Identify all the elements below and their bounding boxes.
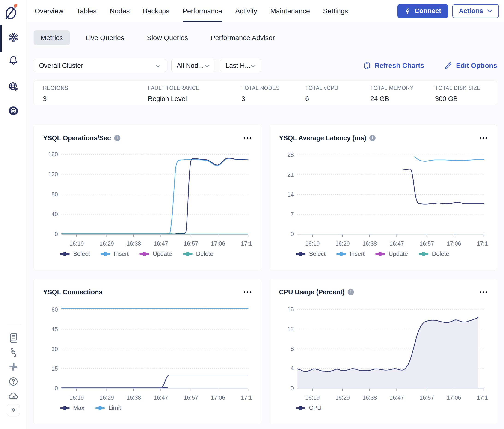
docs-book-icon[interactable] — [8, 332, 19, 343]
svg-text:80: 80 — [51, 191, 58, 197]
stat-label: TOTAL NODES — [241, 85, 305, 91]
svg-text:16:57: 16:57 — [184, 394, 198, 401]
info-icon[interactable]: i — [114, 135, 120, 141]
legend-item-insert[interactable]: Insert — [100, 250, 129, 257]
chart-menu-button[interactable] — [243, 135, 252, 141]
svg-text:16:19: 16:19 — [305, 394, 320, 401]
yugabyte-logo[interactable] — [3, 3, 19, 21]
help-question-icon[interactable] — [8, 376, 19, 387]
tab-tables[interactable]: Tables — [77, 0, 97, 22]
legend-item-select[interactable]: Select — [60, 250, 90, 257]
slack-icon[interactable] — [8, 361, 19, 373]
legend-marker-icon — [100, 251, 110, 257]
cluster-network-icon[interactable] — [8, 32, 19, 43]
tab-backups[interactable]: Backups — [143, 0, 169, 22]
svg-text:0: 0 — [55, 231, 58, 237]
svg-text:8: 8 — [291, 346, 294, 352]
svg-text:16:38: 16:38 — [127, 240, 141, 247]
svg-text:15: 15 — [51, 365, 58, 372]
legend-marker-icon — [183, 251, 193, 257]
edit-options-button[interactable]: Edit Options — [444, 62, 497, 69]
legend-marker-icon — [375, 251, 385, 257]
legend-marker-icon — [95, 405, 105, 411]
subtab-slow-queries[interactable]: Slow Queries — [140, 30, 195, 45]
tab-overview[interactable]: Overview — [35, 0, 63, 22]
stat-value: 6 — [305, 95, 370, 103]
svg-text:45: 45 — [51, 326, 58, 332]
chart-controls: Overall Cluster All Nod... Last H... — [34, 59, 497, 72]
stat-value: Region Level — [148, 95, 241, 103]
legend-item-insert[interactable]: Insert — [336, 250, 364, 257]
legend-item-update[interactable]: Update — [375, 250, 408, 257]
connect-label: Connect — [415, 7, 441, 15]
svg-text:21: 21 — [287, 171, 294, 178]
legend-marker-icon — [336, 251, 346, 257]
legend-marker-icon — [60, 251, 70, 257]
svg-text:4: 4 — [291, 365, 294, 372]
ysql-operations-chart: 0408012016016:1916:2916:3816:4716:5717:0… — [43, 145, 252, 249]
svg-text:0: 0 — [291, 231, 294, 237]
cloud-icon[interactable] — [8, 391, 19, 402]
svg-text:16:57: 16:57 — [184, 240, 198, 247]
tab-nodes[interactable]: Nodes — [110, 0, 130, 22]
svg-text:28: 28 — [287, 152, 294, 158]
chart-menu-button[interactable] — [479, 289, 488, 295]
svg-text:0: 0 — [55, 385, 58, 391]
tab-settings[interactable]: Settings — [323, 0, 348, 22]
legend-item-cpu[interactable]: CPU — [296, 404, 322, 411]
tab-activity[interactable]: Activity — [235, 0, 257, 22]
svg-text:17:06: 17:06 — [447, 394, 461, 401]
svg-text:16:19: 16:19 — [69, 394, 84, 401]
network-globe-settings-icon[interactable] — [8, 81, 19, 92]
settings-gear-icon[interactable] — [8, 105, 19, 116]
legend-item-select[interactable]: Select — [296, 250, 326, 257]
top-navigation: Overview Tables Nodes Backups Performanc… — [27, 0, 504, 22]
legend-item-delete[interactable]: Delete — [418, 250, 449, 257]
legend-item-update[interactable]: Update — [139, 250, 172, 257]
integrations-plug-icon[interactable] — [8, 347, 19, 358]
sidebar-divider — [7, 323, 22, 323]
svg-text:17:06: 17:06 — [211, 240, 225, 247]
svg-text:16:29: 16:29 — [335, 240, 350, 247]
connect-button[interactable]: Connect — [398, 4, 448, 18]
chart-menu-button[interactable] — [479, 135, 488, 141]
legend-label: Select — [73, 250, 90, 257]
chart-title: YSQL Connections — [43, 288, 102, 296]
chart-legend: CPU — [296, 404, 488, 411]
svg-text:16:38: 16:38 — [363, 240, 377, 247]
info-icon[interactable]: i — [369, 135, 376, 141]
svg-text:16:29: 16:29 — [335, 394, 350, 401]
stat-total-memory: TOTAL MEMORY 24 GB — [370, 85, 435, 105]
stat-fault-tolerance: FAULT TOLERANCE Region Level — [148, 85, 241, 105]
svg-text:17:16: 17:16 — [241, 240, 252, 247]
tab-maintenance[interactable]: Maintenance — [270, 0, 310, 22]
actions-button[interactable]: Actions — [452, 4, 499, 18]
svg-text:17:06: 17:06 — [447, 240, 461, 247]
cluster-stats-card: REGIONS 3 FAULT TOLERANCE Region Level T… — [34, 81, 497, 105]
svg-text:16:57: 16:57 — [420, 240, 434, 247]
stat-total-disk: TOTAL DISK SIZE 300 GB — [435, 85, 497, 105]
legend-item-max[interactable]: Max — [60, 404, 84, 411]
svg-text:16:38: 16:38 — [363, 394, 377, 401]
subtab-metrics[interactable]: Metrics — [34, 30, 70, 45]
subtab-performance-advisor[interactable]: Performance Advisor — [204, 30, 282, 45]
notifications-bell-icon[interactable] — [8, 55, 19, 66]
stat-value: 3 — [43, 95, 148, 103]
nodes-select[interactable]: All Nod... — [171, 59, 215, 72]
legend-marker-icon — [139, 251, 150, 257]
tab-performance[interactable]: Performance — [183, 0, 222, 22]
info-icon[interactable]: i — [348, 289, 354, 295]
subtab-live-queries[interactable]: Live Queries — [79, 30, 131, 45]
legend-item-delete[interactable]: Delete — [183, 250, 213, 257]
cluster-select[interactable]: Overall Cluster — [34, 59, 166, 72]
legend-item-limit[interactable]: Limit — [95, 404, 121, 411]
chart-card-ysql-operations: YSQL Operations/Sec i 0408012016016:1916… — [34, 125, 261, 270]
lightning-icon — [404, 8, 411, 15]
refresh-charts-button[interactable]: Refresh Charts — [363, 62, 424, 69]
time-range-select[interactable]: Last H... — [220, 59, 261, 72]
svg-text:7: 7 — [291, 211, 294, 217]
ysql-connections-chart: 01530456016:1916:2916:3816:4716:5717:061… — [43, 299, 252, 403]
performance-subtabs: Metrics Live Queries Slow Queries Perfor… — [34, 30, 497, 45]
chart-menu-button[interactable] — [243, 289, 252, 295]
sidebar-expand-button[interactable] — [7, 404, 20, 416]
